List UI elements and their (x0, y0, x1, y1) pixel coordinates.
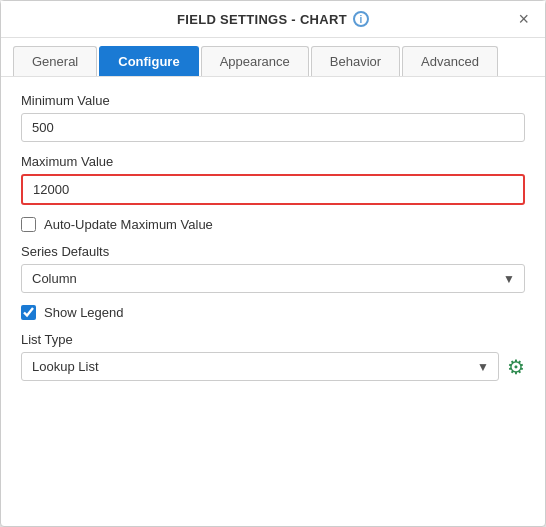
maximum-value-input[interactable] (21, 174, 525, 205)
minimum-value-group: Minimum Value (21, 93, 525, 142)
field-settings-dialog: FIELD SETTINGS - CHART i × General Confi… (0, 0, 546, 527)
tab-configure[interactable]: Configure (99, 46, 198, 76)
close-button[interactable]: × (514, 10, 533, 28)
series-defaults-select[interactable]: Column Line Bar Area Pie (21, 264, 525, 293)
minimum-value-input[interactable] (21, 113, 525, 142)
series-defaults-group: Series Defaults Column Line Bar Area Pie… (21, 244, 525, 293)
maximum-value-group: Maximum Value (21, 154, 525, 205)
series-defaults-label: Series Defaults (21, 244, 525, 259)
tab-general[interactable]: General (13, 46, 97, 76)
list-type-group: List Type Lookup List Static List Dynami… (21, 332, 525, 381)
auto-update-group: Auto-Update Maximum Value (21, 217, 525, 232)
tab-bar: General Configure Appearance Behavior Ad… (1, 38, 545, 77)
tab-advanced[interactable]: Advanced (402, 46, 498, 76)
show-legend-checkbox[interactable] (21, 305, 36, 320)
dialog-header: FIELD SETTINGS - CHART i × (1, 1, 545, 38)
list-type-label: List Type (21, 332, 525, 347)
list-type-row: Lookup List Static List Dynamic List ▼ ⚙ (21, 352, 525, 381)
auto-update-label[interactable]: Auto-Update Maximum Value (44, 217, 213, 232)
list-type-select[interactable]: Lookup List Static List Dynamic List (21, 352, 499, 381)
maximum-value-label: Maximum Value (21, 154, 525, 169)
minimum-value-label: Minimum Value (21, 93, 525, 108)
tab-behavior[interactable]: Behavior (311, 46, 400, 76)
tab-appearance[interactable]: Appearance (201, 46, 309, 76)
configure-content: Minimum Value Maximum Value Auto-Update … (1, 77, 545, 526)
show-legend-group: Show Legend (21, 305, 525, 320)
gear-icon[interactable]: ⚙ (507, 355, 525, 379)
dialog-title: FIELD SETTINGS - CHART (177, 12, 347, 27)
series-defaults-wrapper: Column Line Bar Area Pie ▼ (21, 264, 525, 293)
list-type-wrapper: Lookup List Static List Dynamic List ▼ (21, 352, 499, 381)
info-icon[interactable]: i (353, 11, 369, 27)
show-legend-label[interactable]: Show Legend (44, 305, 124, 320)
auto-update-checkbox[interactable] (21, 217, 36, 232)
